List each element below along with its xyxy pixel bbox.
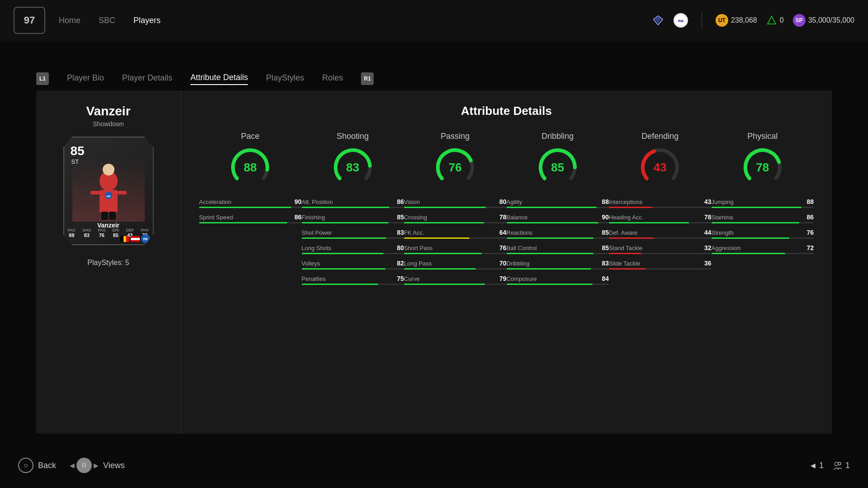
attr-bar (302, 284, 404, 285)
attr-value: 76 (499, 244, 507, 251)
attr-bar (507, 268, 609, 270)
attr-bar-fill (711, 207, 802, 208)
attr-bar (711, 237, 814, 239)
attr-value: 79 (499, 275, 507, 282)
attr-row: Agility88 (507, 198, 609, 208)
attr-row: Att. Position86 (302, 198, 404, 208)
attr-bar-fill (404, 284, 485, 285)
views-button[interactable]: ◀ R ▶ Views (70, 458, 125, 473)
player-name: Vanzeir (86, 104, 130, 118)
gauge-shooting: 83 (330, 145, 375, 190)
sp-currency: SP 35,000/35,000 (793, 14, 854, 27)
attr-bar-fill (609, 253, 641, 254)
attr-bar-fill (302, 222, 389, 223)
back-button[interactable]: ○ Back (18, 458, 56, 473)
attr-bar-fill (404, 268, 476, 270)
game-logo: 97 (14, 7, 45, 34)
gauge-dribbling: 85 (535, 145, 580, 190)
attr-bar (302, 222, 404, 223)
svg-point-15 (838, 462, 841, 465)
attr-label: Vision (404, 199, 420, 205)
attr-bar (711, 222, 814, 223)
attr-value: 90 (602, 213, 609, 221)
attr-bar (609, 253, 711, 254)
attr-label: Composure (507, 275, 537, 282)
attr-row: Long Pass70 (404, 260, 507, 270)
attr-value: 80 (397, 244, 404, 251)
attr-bar (609, 207, 711, 208)
team-badge-icon: RM (674, 14, 687, 27)
bottom-left: ○ Back ◀ R ▶ Views (18, 458, 125, 473)
player-panel: Vanzeir Showdown 85 ST (36, 90, 181, 434)
attr-value: 83 (397, 229, 404, 236)
attr-row: Volleys82 (302, 260, 404, 270)
attr-row: Acceleration90 (199, 198, 302, 208)
ut-icon: UT (716, 14, 728, 27)
gauge-value-defending: 43 (654, 161, 667, 175)
svg-text:RM: RM (678, 19, 684, 23)
flag-austria (131, 236, 140, 242)
attr-row: Penalties75 (302, 275, 404, 285)
tab-roles[interactable]: Roles (322, 73, 343, 85)
attr-value: 86 (806, 213, 814, 221)
attr-label: FK Acc. (404, 229, 424, 236)
attr-row: Vision80 (404, 198, 507, 208)
attr-bar (711, 207, 814, 208)
bottom-navigation: ○ Back ◀ R ▶ Views ◀ 1 1 (0, 443, 868, 488)
attr-row: Short Pass76 (404, 244, 507, 254)
attr-label: Att. Position (302, 199, 333, 205)
attr-label: Slide Tackle (609, 260, 640, 267)
flag-belgium (120, 236, 129, 242)
verde-icon (766, 15, 777, 26)
attr-bar (609, 237, 711, 239)
attr-bar (404, 222, 507, 223)
attr-bar (609, 222, 711, 223)
tab-attribute-details[interactable]: Attribute Details (190, 73, 248, 85)
attr-value: 82 (397, 260, 404, 267)
attr-row: Curve79 (404, 275, 507, 285)
attr-bar-fill (507, 222, 599, 223)
attr-label: Interceptions (609, 199, 642, 205)
nav-sbc[interactable]: SBC (99, 16, 115, 25)
rb-badge: RB (141, 234, 150, 243)
tab-player-details[interactable]: Player Details (122, 73, 172, 85)
attr-value: 72 (806, 244, 814, 251)
attr-label: Long Pass (404, 260, 432, 267)
gauge-value-physical: 78 (756, 161, 769, 175)
attr-bar (404, 253, 507, 254)
attr-label: Def. Aware (609, 229, 637, 236)
attr-value: 85 (397, 213, 404, 221)
attr-row: Sprint Speed86 (199, 213, 302, 223)
nav-home[interactable]: Home (59, 16, 81, 25)
card-stat-sho: SHO 83 (82, 228, 91, 238)
attr-row: Jumping88 (711, 198, 814, 208)
tab-player-bio[interactable]: Player Bio (67, 73, 104, 85)
nav-players[interactable]: Players (133, 16, 161, 25)
attr-label: Finishing (302, 214, 325, 221)
attr-rows-physical: Jumping88Stamina86Strength76Aggression72 (711, 198, 814, 254)
svg-marker-4 (768, 16, 776, 24)
attr-value: 88 (602, 198, 609, 205)
attr-label: Dribbling (507, 260, 530, 267)
attr-label: Crossing (404, 214, 427, 221)
attr-bar-fill (609, 222, 689, 223)
attributes-categories: Pace88Acceleration90Sprint Speed86Shooti… (199, 132, 814, 285)
team-badge: RM (674, 13, 688, 28)
attr-label: Agility (507, 199, 522, 205)
attr-label: Strength (711, 229, 734, 236)
attr-bar-fill (302, 284, 379, 285)
attr-value: 86 (294, 213, 302, 221)
attr-value: 78 (499, 213, 507, 221)
attr-bar (302, 237, 404, 239)
attr-bar-fill (609, 268, 646, 270)
attr-value: 83 (602, 260, 609, 267)
attr-row: Dribbling83 (507, 260, 609, 270)
attr-bar-fill (507, 284, 593, 285)
player-silhouette-svg: RB (77, 163, 140, 222)
attr-row: Def. Aware44 (609, 229, 711, 239)
attr-bar (302, 268, 404, 270)
top-navigation: 97 Home SBC Players RM UT 238,068 (0, 0, 868, 41)
tab-playstyles[interactable]: PlayStyles (266, 73, 304, 85)
attr-row: Slide Tackle36 (609, 260, 711, 270)
attr-bar-fill (507, 253, 594, 254)
